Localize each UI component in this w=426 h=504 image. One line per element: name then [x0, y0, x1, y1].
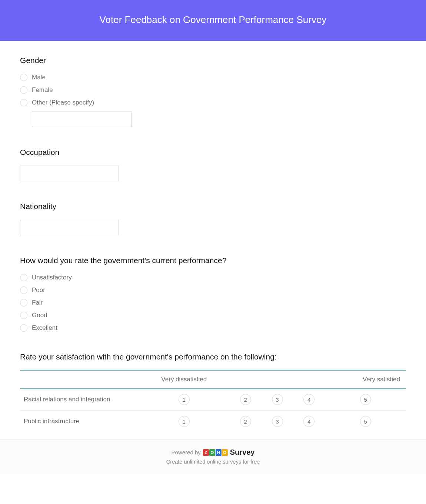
- option-label: Male: [32, 74, 46, 81]
- powered-by-text: Powered by: [172, 449, 201, 455]
- matrix-row-label: Racial relations and integration: [20, 389, 139, 411]
- radio-icon[interactable]: [20, 324, 27, 332]
- option-label: Female: [32, 86, 53, 94]
- option-row[interactable]: Poor: [20, 286, 406, 294]
- footer-tagline[interactable]: Create unlimited online surveys for free: [0, 459, 426, 465]
- option-row[interactable]: Unsatisfactory: [20, 274, 406, 281]
- rating-button-5[interactable]: 5: [360, 394, 371, 405]
- question-gov-rating: How would you rate the government's curr…: [20, 256, 406, 332]
- option-label: Other (Please specify): [32, 99, 94, 106]
- rating-button-1[interactable]: 1: [179, 416, 190, 427]
- option-row[interactable]: Excellent: [20, 324, 406, 332]
- question-title: Gender: [20, 56, 406, 65]
- option-label: Unsatisfactory: [32, 274, 72, 281]
- radio-icon[interactable]: [20, 86, 27, 94]
- zoho-logo-icon: Z O H O: [203, 449, 228, 456]
- powered-by-line[interactable]: Powered by Z O H O Survey: [172, 448, 255, 457]
- option-label: Poor: [32, 286, 45, 294]
- option-row[interactable]: Male: [20, 74, 406, 81]
- matrix-row: Public infrastructure 1 2 3 4 5: [20, 411, 406, 432]
- question-title: Rate your satisfaction with the governme…: [20, 352, 406, 361]
- rating-button-5[interactable]: 5: [360, 416, 371, 427]
- occupation-input[interactable]: [20, 166, 119, 181]
- option-row[interactable]: Fair: [20, 299, 406, 306]
- question-gender: Gender Male Female Other (Please specify…: [20, 56, 406, 127]
- rating-options: Unsatisfactory Poor Fair Good Excellent: [20, 274, 406, 332]
- survey-content: Gender Male Female Other (Please specify…: [0, 41, 426, 440]
- question-title: Nationality: [20, 202, 406, 211]
- rating-button-2[interactable]: 2: [240, 394, 251, 405]
- matrix-row-label: Public infrastructure: [20, 411, 139, 432]
- radio-icon[interactable]: [20, 274, 27, 281]
- matrix-row: Racial relations and integration 1 2 3 4…: [20, 389, 406, 411]
- rating-button-3[interactable]: 3: [272, 394, 283, 405]
- survey-title: Voter Feedback on Government Performance…: [100, 14, 327, 25]
- rating-button-4[interactable]: 4: [303, 394, 314, 405]
- satisfaction-matrix: Very dissatisfied Very satisfied Racial …: [20, 370, 406, 432]
- option-row[interactable]: Female: [20, 86, 406, 94]
- radio-icon[interactable]: [20, 312, 27, 319]
- rating-button-4[interactable]: 4: [303, 416, 314, 427]
- survey-header: Voter Feedback on Government Performance…: [0, 0, 426, 41]
- matrix-header-row: Very dissatisfied Very satisfied: [20, 371, 406, 389]
- question-title: How would you rate the government's curr…: [20, 256, 406, 265]
- radio-icon[interactable]: [20, 299, 27, 306]
- scale-low-label: Very dissatisfied: [139, 371, 230, 389]
- question-occupation: Occupation: [20, 148, 406, 181]
- question-nationality: Nationality: [20, 202, 406, 235]
- gender-options: Male Female Other (Please specify): [20, 74, 406, 127]
- nationality-input[interactable]: [20, 220, 119, 235]
- option-row[interactable]: Good: [20, 312, 406, 319]
- scale-high-label: Very satisfied: [325, 371, 406, 389]
- specify-wrapper: [32, 112, 406, 127]
- question-title: Occupation: [20, 148, 406, 157]
- brand-suffix: Survey: [230, 448, 255, 457]
- rating-button-3[interactable]: 3: [272, 416, 283, 427]
- option-row[interactable]: Other (Please specify): [20, 99, 406, 106]
- survey-footer: Powered by Z O H O Survey Create unlimit…: [0, 440, 426, 474]
- logo-letter: Z: [203, 449, 209, 456]
- question-satisfaction-matrix: Rate your satisfaction with the governme…: [20, 352, 406, 432]
- rating-button-1[interactable]: 1: [179, 394, 190, 405]
- rating-button-2[interactable]: 2: [240, 416, 251, 427]
- option-label: Fair: [32, 299, 43, 306]
- logo-letter: O: [222, 449, 228, 456]
- radio-icon[interactable]: [20, 286, 27, 294]
- gender-other-input[interactable]: [32, 112, 132, 127]
- option-label: Excellent: [32, 324, 57, 332]
- radio-icon[interactable]: [20, 74, 27, 81]
- option-label: Good: [32, 312, 47, 319]
- radio-icon[interactable]: [20, 99, 27, 106]
- logo-letter: O: [209, 449, 215, 456]
- logo-letter: H: [216, 449, 222, 456]
